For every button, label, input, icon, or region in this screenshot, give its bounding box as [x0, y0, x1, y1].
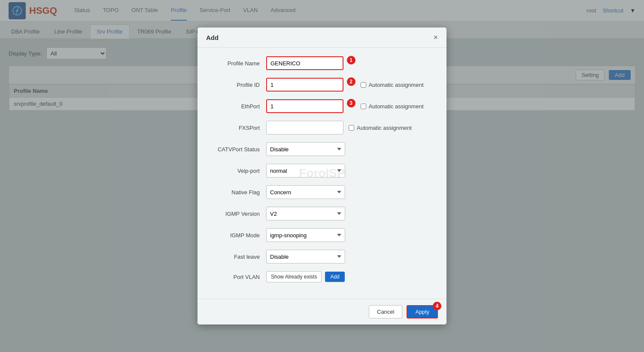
- fxsport-auto-label: Automatic assignment: [349, 125, 412, 131]
- ethport-input-wrap: 3: [266, 99, 355, 113]
- profile-id-row: Profile ID 2 Automatic assignment: [210, 78, 434, 92]
- igmp-version-row: IGMP Version V2 V1 V3: [210, 207, 434, 220]
- fxsport-row: FXSPort Automatic assignment: [210, 121, 434, 135]
- badge-1: 1: [347, 56, 355, 64]
- apply-button-wrap: Apply 4: [407, 305, 438, 318]
- native-flag-row: Native Flag Concern: [210, 185, 434, 199]
- native-flag-label: Native Flag: [210, 189, 266, 196]
- fast-leave-label: Fast leave: [210, 254, 266, 260]
- add-modal: Add × ForoISP Profile Name 1 Profile ID …: [197, 28, 447, 324]
- profile-id-input[interactable]: [266, 78, 343, 92]
- igmp-version-label: IGMP Version: [210, 211, 266, 217]
- fast-leave-select[interactable]: Disable Enable: [266, 250, 345, 263]
- ethport-auto-checkbox[interactable]: [361, 104, 366, 109]
- igmp-mode-row: IGMP Mode igmp-snooping igmp-proxy: [210, 228, 434, 242]
- profile-id-auto-checkbox[interactable]: [361, 82, 366, 88]
- profile-name-label: Profile Name: [210, 60, 266, 67]
- catvport-label: CATVPort Status: [210, 146, 266, 153]
- fxsport-label: FXSPort: [210, 125, 266, 131]
- badge-2: 2: [347, 77, 355, 86]
- igmp-mode-label: IGMP Mode: [210, 232, 266, 239]
- ethport-input[interactable]: [266, 99, 343, 113]
- catvport-select[interactable]: Disable Enable: [266, 142, 345, 156]
- modal-footer: Cancel Apply 4: [197, 299, 447, 324]
- igmp-mode-select[interactable]: igmp-snooping igmp-proxy: [266, 228, 345, 242]
- port-vlan-row: Port VLAN Show Already exists Add: [210, 271, 434, 282]
- badge-4: 4: [433, 302, 441, 310]
- catvport-row: CATVPort Status Disable Enable: [210, 142, 434, 156]
- fxsport-input[interactable]: [266, 121, 343, 135]
- modal-title: Add: [206, 34, 219, 41]
- profile-id-input-wrap: 2: [266, 78, 355, 92]
- profile-name-input[interactable]: [266, 56, 343, 70]
- profile-name-row: Profile Name 1: [210, 56, 434, 70]
- native-flag-select[interactable]: Concern: [266, 185, 345, 199]
- fast-leave-row: Fast leave Disable Enable: [210, 250, 434, 263]
- fxsport-auto-checkbox[interactable]: [349, 125, 354, 131]
- veip-port-select[interactable]: normal: [266, 164, 345, 178]
- cancel-button[interactable]: Cancel: [369, 305, 402, 318]
- ethport-auto-label: Automatic assignment: [361, 103, 424, 110]
- modal-header: Add ×: [197, 28, 447, 48]
- veip-port-row: Veip-port normal: [210, 164, 434, 178]
- modal-close-button[interactable]: ×: [433, 34, 438, 41]
- profile-name-input-wrap: 1: [266, 56, 355, 70]
- port-vlan-label: Port VLAN: [210, 274, 266, 280]
- igmp-version-select[interactable]: V2 V1 V3: [266, 207, 345, 220]
- ethport-label: EthPort: [210, 103, 266, 110]
- modal-overlay: Add × ForoISP Profile Name 1 Profile ID …: [0, 0, 644, 352]
- show-already-exists-button[interactable]: Show Already exists: [266, 271, 322, 282]
- port-vlan-controls: Show Already exists Add: [266, 271, 345, 282]
- badge-3: 3: [347, 99, 355, 107]
- profile-id-label: Profile ID: [210, 82, 266, 88]
- veip-port-label: Veip-port: [210, 168, 266, 174]
- profile-id-auto-label: Automatic assignment: [361, 82, 424, 88]
- modal-body: ForoISP Profile Name 1 Profile ID 2 Aut: [197, 48, 447, 299]
- add-vlan-button[interactable]: Add: [325, 272, 344, 282]
- ethport-row: EthPort 3 Automatic assignment: [210, 99, 434, 113]
